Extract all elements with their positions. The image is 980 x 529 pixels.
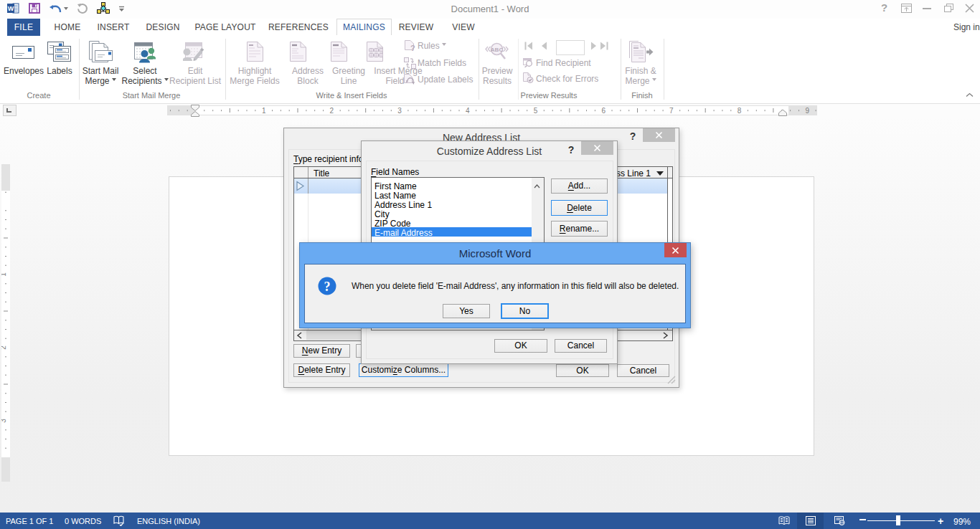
svg-text:9: 9: [806, 107, 810, 115]
svg-text:2: 2: [1, 345, 7, 350]
svg-text:7: 7: [669, 107, 674, 115]
svg-text:1: 1: [262, 107, 266, 115]
svg-text:W: W: [8, 5, 14, 12]
svg-text:1: 1: [1, 272, 7, 277]
svg-text:5: 5: [534, 107, 538, 115]
svg-text:6: 6: [601, 107, 606, 115]
svg-text:2: 2: [330, 107, 334, 115]
svg-text:4: 4: [466, 107, 470, 115]
svg-text:8: 8: [738, 107, 742, 115]
svg-text:?: ?: [324, 280, 331, 294]
svg-text:?: ?: [410, 44, 415, 52]
svg-text:3: 3: [397, 107, 402, 115]
svg-text:3: 3: [1, 419, 7, 423]
svg-text:ABC: ABC: [491, 47, 504, 53]
